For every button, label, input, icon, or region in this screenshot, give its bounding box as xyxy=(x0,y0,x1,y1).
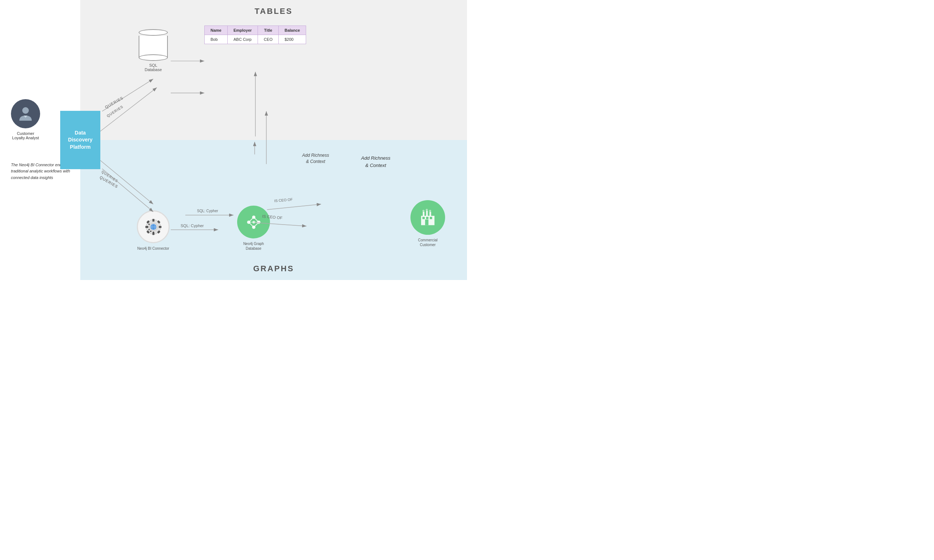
neo4j-graph-circle xyxy=(237,206,270,238)
cell-name: Bob xyxy=(205,35,228,44)
tables-title: TABLES xyxy=(80,0,467,16)
graphs-svg-overlay: QUERIES SQL: Cypher IS CEO OF xyxy=(80,140,467,280)
svg-rect-37 xyxy=(422,217,425,219)
svg-text:QUERIES: QUERIES xyxy=(104,95,124,109)
svg-point-46 xyxy=(429,210,431,212)
commercial-circle xyxy=(410,200,445,235)
cylinder-top xyxy=(139,29,168,36)
diagram-container: Customer Loyalty Analyst The Neo4j BI Co… xyxy=(0,0,467,280)
richness-text-content: Add Richness& Context xyxy=(361,155,390,168)
svg-line-51 xyxy=(102,169,153,212)
neo4j-bi-connector: Neo4j BI Connector xyxy=(137,210,170,251)
svg-rect-43 xyxy=(429,212,431,217)
svg-point-0 xyxy=(22,107,29,114)
svg-text:SQL: Cypher: SQL: Cypher xyxy=(180,223,204,228)
svg-text:QUERIES: QUERIES xyxy=(99,175,119,189)
neo4j-bi-label: Neo4j BI Connector xyxy=(137,246,169,251)
commercial-label: Commercial Customer xyxy=(418,238,438,247)
ddp-box: Data Discovery Platform xyxy=(60,111,100,169)
ddp-label: Data Discovery Platform xyxy=(65,129,96,151)
gear-icon xyxy=(143,217,163,237)
graphs-section: GRAPHS Add Richness& Context xyxy=(80,140,467,280)
graphs-title: GRAPHS xyxy=(80,264,467,274)
table-row: Bob ABC Corp CEO $200 xyxy=(205,35,306,44)
cylinder-bottom xyxy=(139,54,168,61)
sql-database: SQL Database xyxy=(139,29,168,72)
col-employer: Employer xyxy=(227,26,257,35)
col-title: Title xyxy=(258,26,279,35)
svg-point-21 xyxy=(147,226,148,228)
main-area: TABLES Data Discovery Platform SQL Datab… xyxy=(80,0,467,280)
richness-context: Add Richness& Context xyxy=(361,155,390,169)
svg-point-20 xyxy=(148,223,150,225)
cell-employer: ABC Corp xyxy=(227,35,257,44)
svg-rect-42 xyxy=(426,211,428,217)
svg-rect-11 xyxy=(159,226,161,228)
cell-title: CEO xyxy=(258,35,279,44)
analyst-section: Customer Loyalty Analyst xyxy=(11,99,40,140)
commercial-customer: Commercial Customer xyxy=(410,200,445,247)
svg-rect-41 xyxy=(423,212,425,217)
cell-balance: $200 xyxy=(278,35,306,44)
svg-point-45 xyxy=(426,209,428,211)
svg-rect-8 xyxy=(152,219,154,221)
person-icon xyxy=(16,105,35,123)
sql-db-label: SQL Database xyxy=(145,63,162,72)
graph-nodes-icon xyxy=(244,212,264,232)
cylinder xyxy=(139,29,168,61)
factory-icon xyxy=(418,208,438,228)
col-balance: Balance xyxy=(278,26,306,35)
svg-rect-39 xyxy=(430,217,432,219)
svg-rect-38 xyxy=(426,217,428,219)
svg-point-22 xyxy=(148,229,150,231)
neo4j-graph-database: Neo4j Graph Database xyxy=(237,206,270,251)
svg-line-3 xyxy=(102,79,153,112)
svg-point-24 xyxy=(153,232,154,233)
col-name: Name xyxy=(205,26,228,35)
svg-point-44 xyxy=(422,210,425,212)
svg-rect-40 xyxy=(425,220,428,225)
svg-point-23 xyxy=(150,231,151,232)
neo4j-graph-label: Neo4j Graph Database xyxy=(244,242,264,251)
neo4j-bi-circle xyxy=(137,210,170,243)
tables-svg-overlay: QUERIES xyxy=(80,0,467,140)
data-table: Name Employer Title Balance Bob ABC Corp… xyxy=(204,26,306,44)
tables-section: TABLES Data Discovery Platform SQL Datab… xyxy=(80,0,467,140)
analyst-label: Customer Loyalty Analyst xyxy=(12,131,39,140)
analyst-avatar xyxy=(11,99,40,128)
